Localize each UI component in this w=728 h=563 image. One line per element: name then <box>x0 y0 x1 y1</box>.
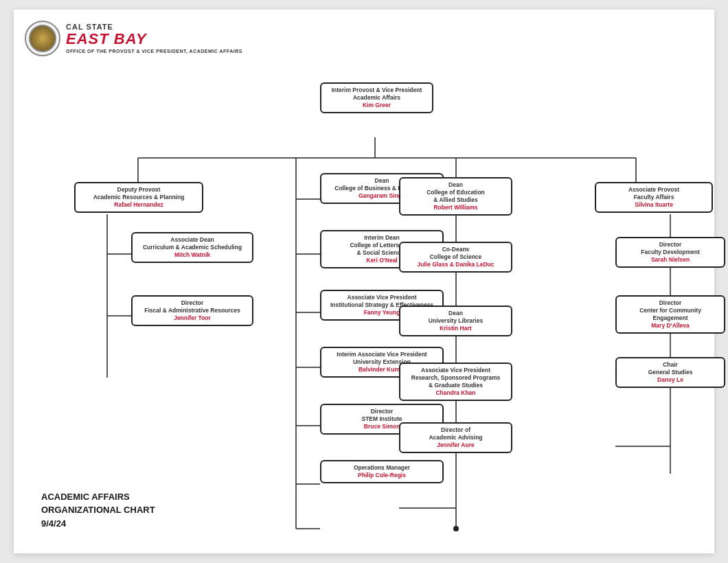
node-chair-general: ChairGeneral Studies Danvy Le <box>615 357 725 388</box>
node-director-advising: Director ofAcademic Advising Jennifer Au… <box>399 422 512 453</box>
assoc-dean-curr-title: Associate DeanCurriculum & Academic Sche… <box>137 236 248 251</box>
dean-libraries-name: Kristin Hart <box>405 325 507 332</box>
node-avp-research: Associate Vice PresidentResearch, Sponso… <box>399 363 512 401</box>
chair-general-title: ChairGeneral Studies <box>621 361 720 376</box>
director-faculty-dev-title: DirectorFaculty Development <box>621 241 720 256</box>
svg-point-23 <box>453 526 459 531</box>
node-ops-manager: Operations Manager Philip Cole-Regis <box>320 460 444 483</box>
director-fiscal-title: DirectorFiscal & Administrative Resource… <box>137 299 248 314</box>
ops-manager-title: Operations Manager <box>326 464 438 472</box>
bottom-line2: ORGANIZATIONAL CHART <box>41 503 155 517</box>
node-provost: Interim Provost & Vice PresidentAcademic… <box>320 82 433 113</box>
subtitle-label: OFFICE OF THE PROVOST & VICE PRESIDENT, … <box>66 49 242 54</box>
bottom-line3: 9/4/24 <box>41 517 155 531</box>
east-bay-label: EAST BAY <box>66 31 242 47</box>
node-assoc-provost-faculty: Associate ProvostFaculty Affairs Silvina… <box>595 182 713 213</box>
director-fiscal-name: Jennifer Toor <box>137 314 248 322</box>
director-community-name: Mary D'Alleva <box>621 322 720 330</box>
node-deputy-provost: Deputy ProvostAcademic Resources & Plann… <box>74 182 203 213</box>
bottom-line1: ACADEMIC AFFAIRS <box>41 490 155 504</box>
header: CAL STATE EAST BAY OFFICE OF THE PROVOST… <box>25 21 703 56</box>
director-faculty-dev-name: Sarah Nielsen <box>621 256 720 264</box>
deputy-provost-name: Rafael Hernandez <box>80 201 198 209</box>
director-advising-title: Director ofAcademic Advising <box>405 426 507 441</box>
node-director-faculty-dev: DirectorFaculty Development Sarah Nielse… <box>615 237 725 268</box>
provost-title: Interim Provost & Vice PresidentAcademic… <box>326 87 428 102</box>
director-community-title: DirectorCenter for CommunityEngagement <box>621 299 720 322</box>
codeans-science-title: Co-DeansCollege of Science <box>405 246 507 261</box>
dean-education-title: DeanCollege of Education& Allied Studies <box>405 181 507 204</box>
ops-manager-name: Philip Cole-Regis <box>326 472 438 479</box>
deputy-provost-title: Deputy ProvostAcademic Resources & Plann… <box>80 186 198 201</box>
org-chart: Interim Provost & Vice PresidentAcademic… <box>25 62 703 542</box>
assoc-dean-curr-name: Mitch Watnik <box>137 251 248 259</box>
codeans-science-name: Julie Glass & Danika LeDuc <box>405 261 507 268</box>
bottom-label: ACADEMIC AFFAIRS ORGANIZATIONAL CHART 9/… <box>41 490 155 531</box>
provost-name: Kim Greer <box>326 102 428 109</box>
assoc-provost-faculty-name: Silvina Ituarte <box>600 201 707 209</box>
director-stem-title: DirectorSTEM Institute <box>326 408 438 423</box>
dean-education-name: Robert Williams <box>405 204 507 211</box>
logo-text: CAL STATE EAST BAY OFFICE OF THE PROVOST… <box>66 23 242 54</box>
node-director-fiscal: DirectorFiscal & Administrative Resource… <box>131 295 253 326</box>
page: CAL STATE EAST BAY OFFICE OF THE PROVOST… <box>14 10 714 553</box>
logo-circle <box>25 21 60 56</box>
director-advising-name: Jennifer Aure <box>405 441 507 449</box>
node-director-community: DirectorCenter for CommunityEngagement M… <box>615 295 725 334</box>
chair-general-name: Danvy Le <box>621 376 720 384</box>
assoc-provost-faculty-title: Associate ProvostFaculty Affairs <box>600 186 707 201</box>
logo-inner <box>29 25 56 52</box>
dean-libraries-title: DeanUniversity Libraries <box>405 310 507 325</box>
node-codeans-science: Co-DeansCollege of Science Julie Glass &… <box>399 242 512 273</box>
avp-research-name: Chandra Khan <box>405 389 507 397</box>
node-dean-libraries: DeanUniversity Libraries Kristin Hart <box>399 306 512 336</box>
avp-research-title: Associate Vice PresidentResearch, Sponso… <box>405 367 507 389</box>
node-assoc-dean-curr: Associate DeanCurriculum & Academic Sche… <box>131 232 253 263</box>
node-dean-education: DeanCollege of Education& Allied Studies… <box>399 177 512 216</box>
